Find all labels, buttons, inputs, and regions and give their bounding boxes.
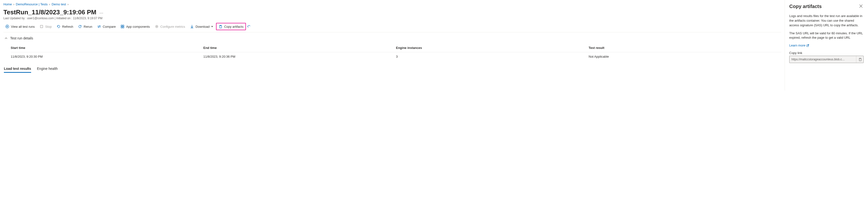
tab-engine-health[interactable]: Engine health bbox=[37, 65, 58, 73]
chevron-right-icon: › bbox=[49, 2, 50, 6]
download-button[interactable]: Download bbox=[188, 23, 215, 30]
tab-load-test-results[interactable]: Load test results bbox=[4, 65, 31, 73]
copy-icon bbox=[858, 58, 862, 61]
refresh-icon bbox=[57, 25, 61, 28]
breadcrumb: Home › DemoResource | Tests › Demo test … bbox=[3, 2, 781, 8]
stop-button: Stop bbox=[38, 23, 54, 30]
rerun-icon bbox=[78, 25, 82, 28]
section-title: Test run details bbox=[10, 36, 33, 40]
copy-icon bbox=[218, 25, 222, 28]
more-icon[interactable]: ⋯ bbox=[99, 9, 103, 15]
page-title: TestRun_11/8/2023_9:19:06 PM bbox=[3, 8, 96, 16]
copy-to-clipboard-button[interactable] bbox=[856, 56, 863, 63]
tabs: Load test results Engine health bbox=[3, 65, 781, 73]
chevron-down-icon bbox=[211, 26, 213, 27]
close-button[interactable] bbox=[858, 3, 864, 9]
cell-start-time: 11/8/2023, 9:20:30 PM bbox=[11, 52, 204, 61]
breadcrumb-resource[interactable]: DemoResource | Tests bbox=[16, 2, 48, 6]
panel-description-2: The SAS URL will be valid for 60 minutes… bbox=[789, 31, 864, 41]
svg-rect-3 bbox=[121, 25, 122, 26]
cell-engine-instances: 3 bbox=[396, 52, 589, 61]
chevron-right-icon: › bbox=[13, 2, 14, 6]
chevron-right-icon: › bbox=[67, 2, 68, 6]
app-components-button[interactable]: App components bbox=[119, 23, 152, 30]
col-test-result: Test result bbox=[589, 44, 781, 52]
cell-end-time: 11/8/2023, 9:20:36 PM bbox=[204, 52, 396, 61]
toolbar: View all test runs Stop Refresh Rerun Co… bbox=[3, 23, 781, 32]
svg-rect-4 bbox=[123, 25, 124, 26]
stop-icon bbox=[40, 25, 43, 28]
breadcrumb-home[interactable]: Home bbox=[3, 2, 12, 6]
section-header[interactable]: Test run details bbox=[3, 35, 781, 44]
svg-line-14 bbox=[807, 44, 809, 46]
breadcrumb-test[interactable]: Demo test bbox=[52, 2, 66, 6]
arrow-right-circle-icon bbox=[5, 25, 9, 28]
refresh-button[interactable]: Refresh bbox=[55, 23, 75, 30]
copy-link-input[interactable] bbox=[789, 58, 856, 61]
col-end-time: End time bbox=[204, 44, 396, 52]
copy-link-label: Copy link bbox=[789, 51, 864, 55]
test-run-details-table: Start time End time Engine instances Tes… bbox=[3, 44, 781, 61]
compare-button[interactable]: Compare bbox=[95, 23, 118, 30]
download-icon bbox=[190, 25, 194, 28]
copy-artifacts-panel: Copy artifacts Logs and results files fo… bbox=[785, 0, 868, 90]
table-row: 11/8/2023, 9:20:30 PM 11/8/2023, 9:20:36… bbox=[11, 52, 781, 61]
learn-more-link[interactable]: Learn more bbox=[789, 44, 809, 47]
panel-description-1: Logs and results files for the test run … bbox=[789, 14, 864, 28]
svg-rect-6 bbox=[123, 27, 124, 28]
col-engine-instances: Engine instances bbox=[396, 44, 589, 52]
external-link-icon bbox=[806, 44, 809, 47]
compare-icon bbox=[97, 25, 101, 28]
chevron-up-icon bbox=[4, 36, 8, 40]
page-subtitle: Last Updated by : user1@contoso.com | In… bbox=[3, 17, 781, 20]
svg-rect-2 bbox=[40, 25, 43, 28]
cell-test-result: Not Applicable bbox=[589, 52, 781, 61]
col-start-time: Start time bbox=[11, 44, 204, 52]
close-icon bbox=[859, 4, 863, 8]
copy-link-box bbox=[789, 56, 864, 63]
svg-rect-15 bbox=[859, 59, 861, 61]
svg-point-7 bbox=[156, 26, 157, 27]
overflow-button[interactable] bbox=[247, 23, 252, 30]
panel-title: Copy artifacts bbox=[789, 4, 822, 9]
copy-artifacts-button[interactable]: Copy artifacts bbox=[217, 23, 245, 30]
grid-icon bbox=[121, 25, 124, 28]
view-all-runs-button[interactable]: View all test runs bbox=[3, 23, 37, 30]
rerun-button[interactable]: Rerun bbox=[76, 23, 94, 30]
configure-metrics-button: Configure metrics bbox=[153, 23, 187, 30]
svg-rect-5 bbox=[121, 27, 122, 28]
cloud-icon bbox=[247, 25, 251, 28]
svg-rect-10 bbox=[220, 26, 222, 28]
gear-icon bbox=[155, 25, 159, 28]
